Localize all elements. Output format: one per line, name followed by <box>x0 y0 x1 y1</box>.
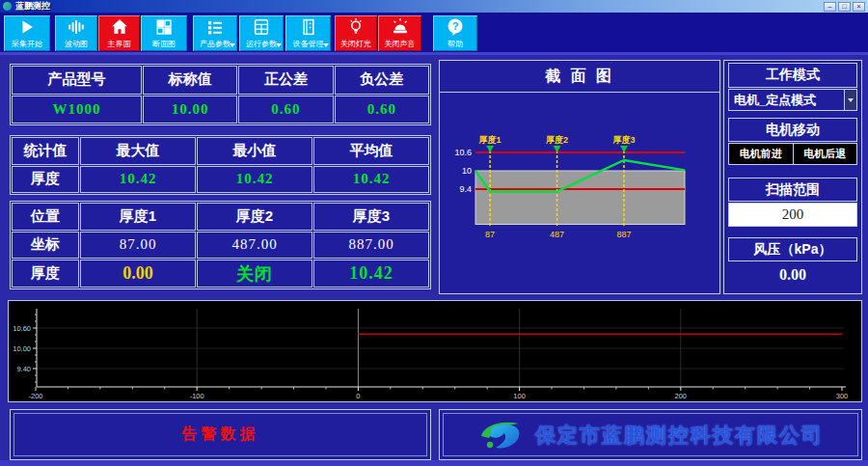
toolbar-button-product-params[interactable]: 产品参数 <box>193 15 237 51</box>
coord-1-value: 87.00 <box>80 232 196 260</box>
toolbar-button-label: 波动图 <box>65 39 88 49</box>
avg-value: 10.42 <box>313 166 429 194</box>
title-bar: 蓝鹏测控 – □ × <box>0 0 868 13</box>
chevron-down-icon <box>230 43 235 47</box>
svg-text:887: 887 <box>616 230 631 239</box>
thickness-1-value: 0.00 <box>80 260 196 288</box>
maximize-icon[interactable]: □ <box>838 2 851 12</box>
company-logo <box>477 418 524 452</box>
nominal-value: 10.00 <box>143 96 237 124</box>
plus-tolerance-value: 0.60 <box>238 96 333 124</box>
stats-row-label: 厚度 <box>12 166 79 194</box>
right-control-panel: 工作模式 电机_定点模式 电机移动 电机前进 电机后退 扫描范围 200 风压（… <box>723 60 862 294</box>
motor-forward-button[interactable]: 电机前进 <box>728 143 794 165</box>
status-bar <box>0 460 868 466</box>
run-params-icon <box>252 17 271 37</box>
toolbar-button-label: 产品参数 <box>200 39 231 49</box>
section-chart: 10.6109.4厚度187厚度2487厚度3887 <box>440 93 719 291</box>
product-model-header: 产品型号 <box>12 66 142 95</box>
minus-tolerance-value: 0.60 <box>335 96 429 124</box>
product-table: 产品型号 标称值 正公差 负公差 W1000 10.00 0.60 0.60 <box>10 64 431 125</box>
avg-header: 平均值 <box>313 137 429 165</box>
chevron-down-icon <box>276 43 282 47</box>
svg-text:10.6: 10.6 <box>454 148 472 157</box>
chevron-down-icon[interactable] <box>844 90 856 110</box>
svg-text:300: 300 <box>836 392 849 400</box>
minus-tolerance-header: 负公差 <box>335 66 429 95</box>
nominal-value-header: 标称值 <box>143 66 237 95</box>
stats-table: 统计值 最大值 最小值 平均值 厚度 10.42 10.42 10.42 <box>10 135 431 195</box>
alarm-data-label: 告警数据 <box>182 425 259 445</box>
trend-chart: 9.4010.0010.60-200-1000100200300 <box>9 301 861 401</box>
toolbar: 采集开始 波动图 主界面 断面图 <box>0 13 868 55</box>
motor-backward-button[interactable]: 电机后退 <box>793 143 858 165</box>
svg-text:?: ? <box>452 20 459 32</box>
work-mode-select[interactable]: 电机_定点模式 <box>728 89 857 111</box>
toolbar-button-device-manage[interactable]: 设备管理 <box>285 15 331 51</box>
toolbar-button-help[interactable]: ? 帮助 <box>433 15 477 51</box>
section-panel-title: 截 面 图 <box>440 61 719 93</box>
toolbar-button-label: 运行参数 <box>246 39 277 49</box>
toolbar-button-section-chart[interactable]: 断面图 <box>141 15 187 51</box>
svg-text:87: 87 <box>485 230 495 239</box>
toolbar-button-label: 设备管理 <box>293 39 324 49</box>
svg-text:-100: -100 <box>190 392 204 400</box>
thickness1-header: 厚度1 <box>80 203 196 231</box>
max-value: 10.42 <box>80 166 196 194</box>
svg-text:9.4: 9.4 <box>459 184 472 194</box>
grid-icon <box>154 17 174 37</box>
thickness-3-value: 10.42 <box>313 260 429 288</box>
toolbar-button-label: 帮助 <box>448 39 463 49</box>
svg-text:10: 10 <box>462 166 472 176</box>
position-table: 位置 厚度1 厚度2 厚度3 坐标 87.00 487.00 887.00 厚度… <box>10 201 431 289</box>
wave-icon <box>67 17 86 37</box>
light-bulb-icon <box>346 17 366 37</box>
svg-text:100: 100 <box>513 392 526 400</box>
stats-header: 统计值 <box>12 137 79 165</box>
alarm-data-box[interactable]: 告警数据 <box>10 409 431 460</box>
company-box: 保定市蓝鹏测控科技有限公司 <box>439 409 862 460</box>
app-logo-icon <box>3 2 12 11</box>
svg-text:厚度2: 厚度2 <box>545 135 568 145</box>
trend-chart-panel: 9.4010.0010.60-200-1000100200300 <box>8 300 862 402</box>
thickness3-header: 厚度3 <box>313 203 429 231</box>
device-manage-icon <box>299 17 318 37</box>
home-icon <box>110 17 129 37</box>
plus-tolerance-header: 正公差 <box>238 66 333 95</box>
window-controls: – □ × <box>824 2 865 12</box>
position-header: 位置 <box>12 203 79 231</box>
minimize-icon[interactable]: – <box>824 2 836 12</box>
product-params-icon <box>205 17 225 37</box>
thickness-2-value: 关闭 <box>197 260 312 288</box>
svg-text:200: 200 <box>675 392 688 400</box>
toolbar-button-main-screen[interactable]: 主界面 <box>98 15 140 51</box>
svg-text:0: 0 <box>356 392 360 400</box>
toolbar-button-run-params[interactable]: 运行参数 <box>239 15 284 51</box>
coord-3-value: 887.00 <box>313 232 429 260</box>
svg-text:厚度1: 厚度1 <box>478 135 502 145</box>
toolbar-button-light-off[interactable]: 关闭灯光 <box>335 15 377 51</box>
air-pressure-value: 0.00 <box>728 263 857 286</box>
svg-text:厚度3: 厚度3 <box>611 135 635 145</box>
toolbar-button-label: 关闭声音 <box>385 39 416 49</box>
siren-icon <box>391 17 410 37</box>
motor-move-title: 电机移动 <box>728 118 857 142</box>
svg-text:10.00: 10.00 <box>13 344 31 353</box>
toolbar-button-label: 采集开始 <box>12 39 42 49</box>
toolbar-button-sound-off[interactable]: 关闭声音 <box>378 15 421 51</box>
close-icon[interactable]: × <box>853 2 865 12</box>
help-icon: ? <box>446 17 465 37</box>
svg-text:10.60: 10.60 <box>13 324 31 333</box>
thickness-row-label: 厚度 <box>12 260 79 288</box>
toolbar-button-wave-chart[interactable]: 波动图 <box>55 15 97 51</box>
coord-2-value: 487.00 <box>197 232 312 260</box>
window-title: 蓝鹏测控 <box>15 0 50 13</box>
play-icon <box>17 17 37 37</box>
scan-range-input[interactable]: 200 <box>728 203 857 227</box>
chevron-down-icon <box>323 43 329 47</box>
svg-text:487: 487 <box>550 230 564 239</box>
toolbar-button-label: 关闭灯光 <box>340 39 371 49</box>
toolbar-button-start-acquisition[interactable]: 采集开始 <box>4 15 50 51</box>
toolbar-button-label: 主界面 <box>108 39 131 49</box>
svg-text:9.40: 9.40 <box>16 365 31 373</box>
